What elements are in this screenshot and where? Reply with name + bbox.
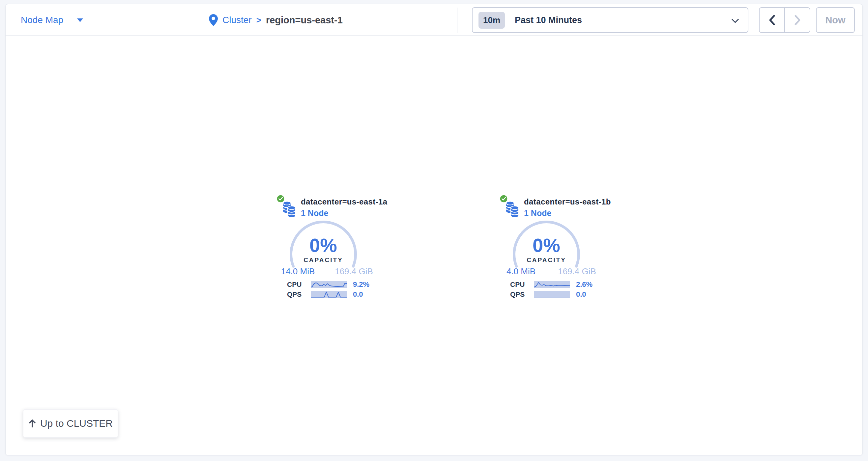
time-range-badge: 10m [478,12,505,29]
header-bar: Node Map Cluster > region=us-east-1 10m … [6,4,862,36]
chevron-down-icon [731,19,739,23]
now-button[interactable]: Now [816,7,855,33]
location-pin-icon [209,14,218,26]
metric-row-qps: QPS 0.0 [244,291,402,298]
metric-label: QPS [287,291,302,298]
qps-sparkline [534,291,570,298]
locality-node-count: 1 Node [301,208,328,218]
metric-label: CPU [287,281,302,288]
breadcrumb-separator: > [256,15,261,25]
locality-name: datacenter=us-east-1b [524,197,611,206]
node-map-panel: Node Map Cluster > region=us-east-1 10m … [5,4,863,455]
capacity-caption: CAPACITY [244,257,402,264]
breadcrumb-link-cluster[interactable]: Cluster [222,15,252,25]
time-step-back-button[interactable] [760,8,785,32]
up-to-cluster-label: Up to CLUSTER [40,418,113,429]
breadcrumb: Cluster > region=us-east-1 [209,4,343,36]
capacity-used: 14.0 MiB [272,266,324,276]
capacity-percent: 0% [244,233,402,257]
caret-down-icon [77,19,83,22]
capacity-available: 169.4 GiB [551,266,603,276]
time-step-buttons [759,7,810,33]
locality-name: datacenter=us-east-1a [301,197,388,206]
view-selector-dropdown[interactable]: Node Map [21,4,83,36]
time-range-label: Past 10 Minutes [515,15,582,25]
cpu-sparkline [534,281,570,288]
capacity-percent: 0% [467,233,625,257]
capacity-available: 169.4 GiB [328,266,380,276]
time-range-dropdown[interactable]: 10m Past 10 Minutes [472,7,748,33]
metric-row-cpu: CPU 2.6% [467,281,625,288]
qps-sparkline [311,291,347,298]
chevron-left-icon [768,14,776,26]
metric-row-qps: QPS 0.0 [467,291,625,298]
metric-value: 0.0 [576,291,586,298]
locality-card-us-east-1a[interactable]: datacenter=us-east-1a 1 Node 0% CAPACITY… [244,187,402,305]
metric-value: 2.6% [576,281,592,288]
chevron-right-icon [793,14,802,26]
up-to-cluster-button[interactable]: Up to CLUSTER [23,409,118,438]
locality-nodes-icon [505,201,520,218]
cpu-sparkline [311,281,347,288]
capacity-used: 4.0 MiB [495,266,547,276]
locality-node-count: 1 Node [524,208,551,218]
breadcrumb-current-locality: region=us-east-1 [266,15,343,26]
view-selector-label: Node Map [21,15,63,25]
metric-value: 0.0 [353,291,363,298]
time-step-forward-button[interactable] [785,8,810,32]
metric-label: CPU [510,281,525,288]
metric-label: QPS [510,291,525,298]
metric-row-cpu: CPU 9.2% [244,281,402,288]
arrow-up-icon [28,419,36,428]
locality-nodes-icon [282,201,297,218]
capacity-caption: CAPACITY [467,257,625,264]
header-divider [457,7,457,33]
locality-card-us-east-1b[interactable]: datacenter=us-east-1b 1 Node 0% CAPACITY… [467,187,625,305]
metric-value: 9.2% [353,281,369,288]
